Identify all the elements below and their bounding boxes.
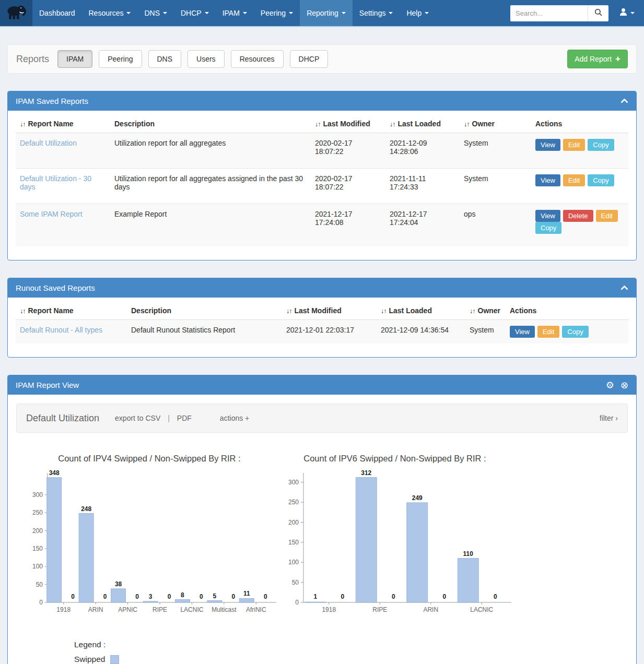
page-content: Reports IPAMPeeringDNSUsersResourcesDHCP… <box>0 44 644 664</box>
ipam-report-view-header: IPAM Report View ⚙ ⊗ <box>8 375 636 395</box>
tab-peering[interactable]: Peering <box>99 50 142 68</box>
column-header-last-loaded[interactable]: ↓↑Last Loaded <box>377 301 465 320</box>
top-navbar: DashboardResourcesDNSDHCPIPAMPeeringRepo… <box>0 0 644 27</box>
svg-text:1918: 1918 <box>322 606 336 613</box>
ipv6-chart: 050100150200250300191810RIPE3120ARIN2490… <box>277 466 512 624</box>
sort-arrows-icon: ↓↑ <box>464 121 470 128</box>
ipam-saved-reports-panel: IPAM Saved Reports ↓↑Report NameDescript… <box>7 91 637 260</box>
svg-text:8: 8 <box>181 591 184 599</box>
delete-button[interactable]: Delete <box>563 210 593 222</box>
ipv6-chart-svg: 050100150200250300191810RIPE3120ARIN2490… <box>277 466 512 622</box>
nav-item-ipam[interactable]: IPAM <box>216 0 254 26</box>
copy-button[interactable]: Copy <box>562 326 588 338</box>
tab-dns[interactable]: DNS <box>148 50 182 68</box>
nav-item-resources[interactable]: Resources <box>82 0 138 26</box>
column-header-last-modified[interactable]: ↓↑Last Modified <box>311 114 385 133</box>
nav-item-label: Dashboard <box>39 9 75 17</box>
nav-item-help[interactable]: Help <box>400 0 436 26</box>
column-label: Description <box>114 120 155 128</box>
report-view-toolbar: Default Utilization export to CSV | PDF … <box>16 404 628 433</box>
edit-button[interactable]: Edit <box>596 210 618 222</box>
last-modified: 2021-12-01 22:03:17 <box>282 320 377 344</box>
chevron-up-icon[interactable] <box>620 286 628 290</box>
report-name-link[interactable]: Default Utilization <box>20 139 77 147</box>
nav-item-label: Resources <box>89 9 124 17</box>
column-header-last-loaded[interactable]: ↓↑Last Loaded <box>385 114 460 133</box>
nav-item-peering[interactable]: Peering <box>254 0 300 26</box>
tab-users[interactable]: Users <box>188 50 225 68</box>
svg-text:0: 0 <box>392 593 395 600</box>
gear-icon[interactable]: ⚙ <box>606 381 614 390</box>
ipv6-chart-title: Count of IPV6 Swipped / Non-Swipped By R… <box>277 454 512 464</box>
copy-button[interactable]: Copy <box>588 139 614 151</box>
nav-item-reporting[interactable]: Reporting <box>300 0 353 26</box>
sort-arrows-icon: ↓↑ <box>20 307 26 315</box>
last-loaded: 2021-12-09 14:28:06 <box>385 133 460 169</box>
view-button[interactable]: View <box>510 326 535 338</box>
caret-down-icon <box>243 12 247 14</box>
circle-x-icon[interactable]: ⊗ <box>620 381 628 390</box>
edit-button[interactable]: Edit <box>537 326 559 338</box>
nav-item-label: Help <box>406 9 421 17</box>
export-pdf-link[interactable]: PDF <box>177 414 192 422</box>
svg-text:200: 200 <box>288 519 299 526</box>
caret-down-icon <box>163 12 167 14</box>
edit-button[interactable]: Edit <box>563 139 585 151</box>
user-menu[interactable] <box>615 8 639 18</box>
column-header-report-name[interactable]: ↓↑Report Name <box>16 301 127 320</box>
tab-resources[interactable]: Resources <box>231 50 284 68</box>
svg-text:0: 0 <box>232 593 236 600</box>
report-name-link[interactable]: Default Utilization - 30 days <box>20 174 91 191</box>
legend-label: Swipped <box>74 655 105 664</box>
column-label: Last Modified <box>323 120 370 128</box>
tab-ipam[interactable]: IPAM <box>57 50 92 68</box>
nav-item-label: Peering <box>261 9 286 17</box>
panel-title: Runout Saved Reports <box>16 283 95 292</box>
copy-button[interactable]: Copy <box>588 174 614 186</box>
column-header-last-modified[interactable]: ↓↑Last Modified <box>282 301 377 320</box>
runout-saved-reports-panel: Runout Saved Reports ↓↑Report NameDescri… <box>7 278 637 358</box>
panel-title: IPAM Report View <box>16 381 79 389</box>
actions-menu[interactable]: actions + <box>220 414 249 422</box>
copy-button[interactable]: Copy <box>535 222 561 234</box>
nav-item-settings[interactable]: Settings <box>353 0 400 26</box>
last-modified: 2020-02-17 18:07:22 <box>311 169 385 204</box>
svg-text:11: 11 <box>243 590 250 597</box>
report-name-link[interactable]: Default Runout - All types <box>20 326 102 334</box>
column-header-actions: Actions <box>531 114 628 133</box>
panel-title: IPAM Saved Reports <box>16 97 88 105</box>
nav-item-dashboard[interactable]: Dashboard <box>32 0 82 26</box>
tab-dhcp[interactable]: DHCP <box>290 50 329 68</box>
charts-row: Count of IPV4 Swipped / Non-Swipped By R… <box>8 433 636 624</box>
chevron-up-icon[interactable] <box>620 99 628 103</box>
view-button[interactable]: View <box>535 139 560 151</box>
column-header-owner[interactable]: ↓↑Owner <box>465 301 506 320</box>
view-button[interactable]: View <box>535 210 560 222</box>
table-row: Default Runout - All typesDefault Runout… <box>16 320 628 344</box>
search-input[interactable] <box>510 5 588 21</box>
search-box <box>510 5 608 21</box>
chart-legend: Legend : SwippedNon-Swipped <box>74 640 636 664</box>
reports-title: Reports <box>16 54 49 65</box>
column-header-report-name[interactable]: ↓↑Report Name <box>16 114 110 133</box>
nav-item-dhcp[interactable]: DHCP <box>174 0 216 26</box>
caret-down-icon <box>126 12 131 14</box>
edit-button[interactable]: Edit <box>563 174 585 186</box>
brand-logo[interactable] <box>0 0 32 26</box>
svg-text:RIPE: RIPE <box>372 606 387 613</box>
view-button[interactable]: View <box>535 174 560 186</box>
nav-item-dns[interactable]: DNS <box>137 0 174 26</box>
search-button[interactable] <box>588 5 608 21</box>
column-label: Actions <box>535 120 562 128</box>
svg-text:0: 0 <box>494 593 497 600</box>
column-header-owner[interactable]: ↓↑Owner <box>460 114 531 133</box>
sort-arrows-icon: ↓↑ <box>286 307 292 315</box>
svg-text:150: 150 <box>32 545 43 552</box>
add-report-button[interactable]: Add Report + <box>567 50 628 68</box>
export-csv-link[interactable]: export to CSV <box>115 414 160 422</box>
report-name-link[interactable]: Some IPAM Report <box>20 210 83 218</box>
legend-title: Legend : <box>74 640 106 649</box>
svg-text:200: 200 <box>32 527 43 535</box>
column-label: Owner <box>472 120 495 128</box>
filter-toggle[interactable]: filter › <box>600 414 618 422</box>
